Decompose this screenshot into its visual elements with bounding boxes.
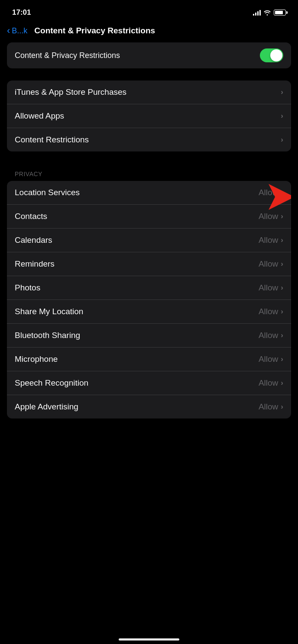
allowed-apps-right: ›: [281, 112, 283, 120]
speech-recognition-item[interactable]: Speech Recognition Allow ›: [7, 371, 291, 395]
speech-recognition-chevron-icon: ›: [281, 379, 283, 387]
main-toggle-switch[interactable]: [260, 48, 283, 62]
apple-advertising-value: Allow: [259, 402, 278, 412]
status-bar: 17:01: [0, 0, 298, 23]
home-indicator: [0, 631, 298, 644]
itunes-purchases-item[interactable]: iTunes & App Store Purchases ›: [7, 80, 291, 104]
page-title: Content & Privacy Restrictions: [34, 26, 155, 35]
photos-item[interactable]: Photos Allow ›: [7, 276, 291, 300]
calendars-label: Calendars: [15, 235, 52, 245]
contacts-value: Allow: [259, 212, 278, 221]
photos-value: Allow: [259, 283, 278, 293]
status-time: 17:01: [12, 8, 31, 17]
wifi-icon: [263, 10, 271, 16]
itunes-chevron-icon: ›: [281, 88, 283, 97]
nav-header: ‹ B...k Content & Privacy Restrictions: [0, 23, 298, 42]
back-label: B...k: [12, 26, 27, 35]
main-toggle-card: Content & Privacy Restrictions: [7, 42, 291, 68]
battery-fill: [275, 11, 283, 14]
share-my-location-label: Share My Location: [15, 307, 83, 316]
toggle-knob: [270, 49, 282, 61]
apple-advertising-chevron-icon: ›: [281, 402, 283, 411]
home-bar: [119, 638, 179, 641]
privacy-section-header: PRIVACY: [7, 167, 291, 181]
calendars-value: Allow: [259, 235, 278, 245]
signal-bar-3: [257, 11, 259, 16]
contacts-chevron-icon: ›: [281, 212, 283, 221]
microphone-chevron-icon: ›: [281, 355, 283, 364]
bluetooth-sharing-label: Bluetooth Sharing: [15, 331, 80, 340]
reminders-chevron-icon: ›: [281, 260, 283, 268]
calendars-item[interactable]: Calendars Allow ›: [7, 229, 291, 252]
speech-recognition-right: Allow ›: [259, 378, 283, 388]
share-my-location-chevron-icon: ›: [281, 307, 283, 316]
bluetooth-sharing-item[interactable]: Bluetooth Sharing Allow ›: [7, 324, 291, 348]
bluetooth-sharing-right: Allow ›: [259, 331, 283, 340]
itunes-purchases-label: iTunes & App Store Purchases: [15, 87, 126, 97]
allowed-apps-label: Allowed Apps: [15, 111, 64, 121]
signal-bar-2: [255, 13, 256, 16]
apple-advertising-label: Apple Advertising: [15, 402, 78, 412]
photos-chevron-icon: ›: [281, 283, 283, 292]
content-restrictions-label: Content Restrictions: [15, 135, 89, 145]
reminders-right: Allow ›: [259, 259, 283, 269]
location-services-value: Allow: [259, 188, 278, 197]
share-my-location-item[interactable]: Share My Location Allow ›: [7, 300, 291, 324]
menu-section-1: iTunes & App Store Purchases › Allowed A…: [7, 80, 291, 151]
microphone-label: Microphone: [15, 354, 58, 364]
contacts-label: Contacts: [15, 212, 47, 221]
privacy-section: PRIVACY Location Services Allow › Contac…: [7, 167, 291, 419]
contacts-item[interactable]: Contacts Allow ›: [7, 205, 291, 229]
bluetooth-sharing-chevron-icon: ›: [281, 331, 283, 340]
location-services-right: Allow ›: [259, 188, 283, 197]
content-restrictions-right: ›: [281, 135, 283, 144]
signal-bar-4: [259, 10, 261, 16]
page-wrapper: 17:01 ‹: [0, 0, 298, 644]
reminders-value: Allow: [259, 259, 278, 269]
main-toggle-label: Content & Privacy Restrictions: [15, 51, 120, 60]
photos-right: Allow ›: [259, 283, 283, 293]
microphone-item[interactable]: Microphone Allow ›: [7, 348, 291, 371]
signal-bar-1: [253, 14, 254, 16]
allowed-apps-chevron-icon: ›: [281, 112, 283, 120]
itunes-purchases-right: ›: [281, 88, 283, 97]
reminders-item[interactable]: Reminders Allow ›: [7, 252, 291, 276]
speech-recognition-value: Allow: [259, 378, 278, 388]
battery-icon: [274, 10, 286, 16]
share-my-location-right: Allow ›: [259, 307, 283, 316]
bluetooth-sharing-value: Allow: [259, 331, 278, 340]
speech-recognition-label: Speech Recognition: [15, 378, 88, 388]
calendars-chevron-icon: ›: [281, 236, 283, 245]
signal-bars-icon: [253, 10, 261, 16]
privacy-card: Location Services Allow › Contacts Allow…: [7, 181, 291, 419]
location-services-item[interactable]: Location Services Allow ›: [7, 181, 291, 205]
allowed-apps-item[interactable]: Allowed Apps ›: [7, 104, 291, 128]
apple-advertising-right: Allow ›: [259, 402, 283, 412]
status-icons: [253, 10, 286, 16]
location-services-chevron-icon: ›: [281, 188, 283, 197]
apple-advertising-item[interactable]: Apple Advertising Allow ›: [7, 395, 291, 419]
calendars-right: Allow ›: [259, 235, 283, 245]
content-restrictions-item[interactable]: Content Restrictions ›: [7, 128, 291, 151]
share-my-location-value: Allow: [259, 307, 278, 316]
main-toggle-row[interactable]: Content & Privacy Restrictions: [7, 42, 291, 68]
microphone-value: Allow: [259, 354, 278, 364]
location-services-label: Location Services: [15, 188, 80, 197]
photos-label: Photos: [15, 283, 40, 293]
content-restrictions-chevron-icon: ›: [281, 135, 283, 144]
contacts-right: Allow ›: [259, 212, 283, 221]
content-area: Content & Privacy Restrictions iTunes & …: [0, 42, 298, 419]
reminders-label: Reminders: [15, 259, 55, 269]
battery-body: [274, 10, 286, 16]
back-button[interactable]: ‹ B...k: [7, 26, 31, 35]
microphone-right: Allow ›: [259, 354, 283, 364]
back-chevron-icon: ‹: [7, 26, 10, 35]
